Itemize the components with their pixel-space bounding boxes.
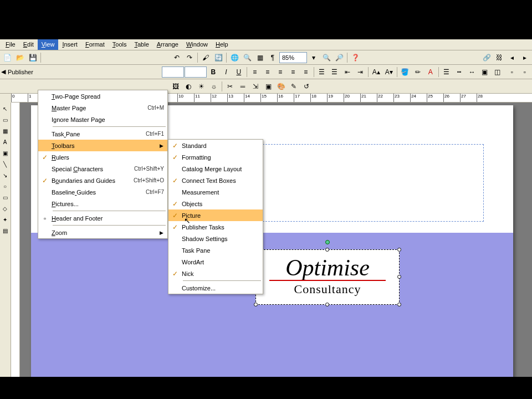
ungroup-icon[interactable]: ▫ xyxy=(506,66,518,78)
table-icon[interactable]: ▦ xyxy=(0,126,10,136)
toolbar-toggle-connect-text-boxes[interactable]: ✓Connect Text Boxes xyxy=(168,175,263,186)
insert-picture-icon[interactable]: 🖼 xyxy=(170,80,182,93)
transparent-icon[interactable]: ✎ xyxy=(288,80,300,93)
redo-icon[interactable]: ↷ xyxy=(183,52,196,64)
menu-item-header-and-footer[interactable]: ▫Header and Footer xyxy=(38,212,167,224)
menu-item-pictures-[interactable]: Pictures... xyxy=(38,198,167,209)
taskpane-label[interactable]: ◀ Publisher xyxy=(1,68,33,75)
menu-edit[interactable]: Edit xyxy=(19,39,38,50)
resize-handle[interactable] xyxy=(397,303,401,306)
menu-item-ignore-master-page[interactable]: Ignore Master Page xyxy=(38,114,167,125)
wordart-icon[interactable]: A xyxy=(0,137,10,147)
menu-file[interactable]: File xyxy=(2,39,19,50)
resize-handle[interactable] xyxy=(397,275,401,279)
help-icon[interactable]: ❓ xyxy=(349,52,361,64)
menu-item-zoom[interactable]: Zoom▶ xyxy=(38,227,167,238)
design-gallery-icon[interactable]: ▤ xyxy=(0,226,10,236)
autoshapes-icon[interactable]: ◇ xyxy=(0,203,10,213)
line-tool-icon[interactable]: ╲ xyxy=(0,159,10,169)
menu-item-special-characters[interactable]: Special CharactersCtrl+Shift+Y xyxy=(38,163,167,175)
line-style-icon[interactable]: ☰ xyxy=(441,66,453,78)
align-right-icon[interactable]: ≡ xyxy=(274,66,287,78)
new-icon[interactable]: 📄 xyxy=(1,52,13,64)
menu-help[interactable]: Help xyxy=(212,39,232,50)
menu-item-two-page-spread[interactable]: Two-Page Spread xyxy=(38,90,167,102)
3d-icon[interactable]: ◫ xyxy=(492,66,504,78)
menu-item-boundaries-and-guides[interactable]: ✓Boundaries and GuidesCtrl+Shift+O xyxy=(38,175,167,186)
compress-icon[interactable]: ⇲ xyxy=(249,80,262,93)
resize-handle[interactable] xyxy=(397,248,401,252)
resize-handle[interactable] xyxy=(325,303,329,306)
numbering-icon[interactable]: ☰ xyxy=(316,66,328,78)
italic-icon[interactable]: I xyxy=(220,66,232,78)
toolbar-toggle-task-pane[interactable]: Task Pane xyxy=(168,244,263,256)
dropdown-arrow-icon[interactable]: ▾ xyxy=(308,52,320,64)
menu-window[interactable]: Window xyxy=(182,39,212,50)
textbox-icon[interactable]: ▭ xyxy=(0,115,10,125)
menu-tools[interactable]: Tools xyxy=(109,39,131,50)
group-icon[interactable]: ▫ xyxy=(519,66,531,78)
menu-item-rulers[interactable]: ✓Rulers xyxy=(38,151,167,163)
save-icon[interactable]: 💾 xyxy=(27,52,39,64)
open-icon[interactable]: 📂 xyxy=(14,52,26,64)
oval-icon[interactable]: ○ xyxy=(0,181,10,191)
toolbar-toggle-nick[interactable]: ✓Nick xyxy=(168,268,263,279)
paragraph-icon[interactable]: ¶ xyxy=(267,52,279,64)
zoom-out-icon[interactable]: 🔍 xyxy=(320,52,332,64)
menu-insert[interactable]: Insert xyxy=(58,39,81,50)
bullets-icon[interactable]: ☰ xyxy=(329,66,341,78)
resize-handle[interactable] xyxy=(254,303,258,306)
indent-icon[interactable]: ⇥ xyxy=(354,66,366,78)
undo-icon[interactable]: ↶ xyxy=(171,52,183,64)
menu-table[interactable]: Table xyxy=(130,39,152,50)
bookmark-icon[interactable]: ✦ xyxy=(0,214,10,224)
line-icon[interactable]: ═ xyxy=(237,80,249,93)
toolbar-toggle-wordart[interactable]: WordArt xyxy=(168,256,263,268)
toolbar-toggle-measurement[interactable]: Measurement xyxy=(168,186,263,198)
zoom-in-icon[interactable]: 🔎 xyxy=(333,52,345,64)
arrow-tool-icon[interactable]: ↘ xyxy=(0,170,10,180)
less-contrast-icon[interactable]: ☼ xyxy=(208,80,220,93)
reset-picture-icon[interactable]: ↺ xyxy=(300,80,313,93)
picture-frame-icon[interactable]: ▣ xyxy=(0,148,10,158)
menu-item-baseline-guides[interactable]: Baseline GuidesCtrl+F7 xyxy=(38,186,167,198)
rectangle-icon[interactable]: ▭ xyxy=(0,192,10,202)
increase-font-icon[interactable]: A▴ xyxy=(370,66,382,78)
align-left-icon[interactable]: ≡ xyxy=(249,66,261,78)
menu-item-toolbars[interactable]: Toolbars▶ xyxy=(38,140,167,151)
format-picture-icon[interactable]: 🎨 xyxy=(275,80,287,93)
toolbar-toggle-catalog-merge-layout[interactable]: Catalog Merge Layout xyxy=(168,163,263,175)
toolbar-toggle-publisher-tasks[interactable]: ✓Publisher Tasks xyxy=(168,221,263,233)
crop-icon[interactable]: ✂ xyxy=(224,80,236,93)
break-link-icon[interactable]: ⛓ xyxy=(493,52,505,64)
line-color-icon[interactable]: ✏ xyxy=(412,66,424,78)
link-icon[interactable]: 🔗 xyxy=(480,52,493,64)
columns-icon[interactable]: ▦ xyxy=(254,52,266,64)
shadow-icon[interactable]: ▣ xyxy=(479,66,491,78)
toolbar-toggle-formatting[interactable]: ✓Formatting xyxy=(168,151,263,163)
decrease-font-icon[interactable]: A▾ xyxy=(383,66,395,78)
toolbar-toggle-customize-[interactable]: Customize... xyxy=(168,282,263,294)
distribute-icon[interactable]: ≡ xyxy=(300,66,312,78)
underline-icon[interactable]: U xyxy=(233,66,245,78)
menu-item-master-page[interactable]: Master PageCtrl+M xyxy=(38,102,167,114)
pointer-icon[interactable]: ↖ xyxy=(0,104,10,114)
outdent-icon[interactable]: ⇤ xyxy=(341,66,354,78)
text-wrap-icon[interactable]: ▣ xyxy=(262,80,274,93)
zoom-combo[interactable]: 85% xyxy=(279,52,307,63)
logo-picture[interactable]: Optimise Consultancy xyxy=(255,249,400,305)
preview-icon[interactable]: 🔍 xyxy=(241,52,253,64)
toolbar-toggle-standard[interactable]: ✓Standard xyxy=(168,140,263,151)
justify-icon[interactable]: ≡ xyxy=(287,66,299,78)
arrow-style-icon[interactable]: ↔ xyxy=(466,66,478,78)
font-combo[interactable] xyxy=(162,66,184,78)
menu-format[interactable]: Format xyxy=(81,39,109,50)
rotate-handle[interactable] xyxy=(325,240,330,244)
refresh-icon[interactable]: 🔄 xyxy=(212,52,224,64)
more-contrast-icon[interactable]: ☀ xyxy=(195,80,207,93)
resize-handle[interactable] xyxy=(325,248,329,252)
toolbar-toggle-shadow-settings[interactable]: Shadow Settings xyxy=(168,233,263,244)
fill-color-icon[interactable]: 🪣 xyxy=(399,66,411,78)
next-icon[interactable]: ▸ xyxy=(519,52,531,64)
color-icon[interactable]: ◐ xyxy=(182,80,195,93)
